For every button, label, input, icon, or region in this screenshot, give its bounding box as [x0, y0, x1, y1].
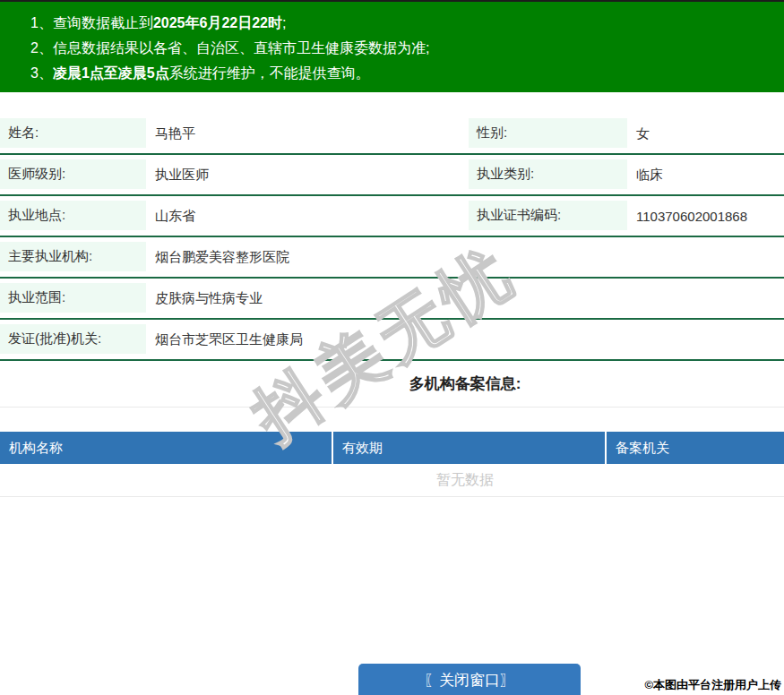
notice-line-3-bold: 凌晨1点至凌晨5点 — [53, 65, 169, 81]
notice-line-1: 1、查询数据截止到2025年6月22日22时; — [30, 11, 766, 36]
table-row: 姓名: 马艳平 性别: 女 — [0, 114, 784, 155]
empty-data-message: 暂无数据 — [0, 464, 784, 497]
record-authority-column-header: 备案机关 — [607, 432, 784, 464]
notice-line-3: 3、凌晨1点至凌晨5点系统进行维护，不能提供查询。 — [30, 61, 766, 86]
gender-value: 女 — [627, 114, 784, 153]
validity-column-header: 有效期 — [333, 432, 607, 464]
practice-scope-value: 皮肤病与性病专业 — [146, 279, 784, 318]
notice-line-2-text: 2、信息数据结果以各省、自治区、直辖市卫生健康委数据为准; — [30, 40, 429, 56]
practice-category-label: 执业类别: — [469, 159, 627, 189]
table-row: 医师级别: 执业医师 执业类别: 临床 — [0, 155, 784, 196]
org-name-column-header: 机构名称 — [0, 432, 333, 464]
issuing-authority-value: 烟台市芝罘区卫生健康局 — [146, 320, 784, 359]
notice-banner: 1、查询数据截止到2025年6月22日22时; 2、信息数据结果以各省、自治区、… — [0, 0, 784, 92]
notice-line-3-text: 3、 — [30, 65, 53, 81]
name-label: 姓名: — [0, 118, 146, 148]
notice-line-1-bold: 2025年6月22日22时 — [153, 15, 282, 30]
license-number-label: 执业证书编码: — [469, 201, 627, 230]
main-institution-value: 烟台鹏爱美容整形医院 — [146, 237, 784, 277]
practice-scope-label: 执业范围: — [0, 283, 146, 313]
table-row: 发证(批准)机关: 烟台市芝罘区卫生健康局 — [0, 320, 784, 361]
physician-level-label: 医师级别: — [0, 159, 146, 189]
practice-location-label: 执业地点: — [0, 201, 146, 230]
table-row: 执业范围: 皮肤病与性病专业 — [0, 279, 784, 320]
notice-line-1-text: 1、查询数据截止到 — [30, 15, 153, 30]
main-institution-label: 主要执业机构: — [0, 242, 146, 271]
table-row: 执业地点: 山东省 执业证书编码: 110370602001868 — [0, 196, 784, 237]
issuing-authority-label: 发证(批准)机关: — [0, 324, 146, 354]
name-value: 马艳平 — [146, 114, 469, 153]
practice-category-value: 临床 — [627, 155, 784, 194]
multi-institution-section-title: 多机构备案信息: — [0, 361, 784, 408]
notice-line-2: 2、信息数据结果以各省、自治区、直辖市卫生健康委数据为准; — [30, 36, 766, 61]
physician-info-table: 姓名: 马艳平 性别: 女 医师级别: 执业医师 执业类别: 临床 执业地点: … — [0, 114, 784, 361]
gender-label: 性别: — [469, 118, 627, 148]
physician-level-value: 执业医师 — [146, 155, 469, 194]
license-number-value: 110370602001868 — [627, 196, 784, 236]
close-window-button[interactable]: 〖关闭窗口〗 — [358, 664, 581, 695]
upload-credit-text: ©本图由平台注册用户上传 — [644, 677, 781, 693]
table-row: 主要执业机构: 烟台鹏爱美容整形医院 — [0, 237, 784, 279]
org-table-header: 机构名称 有效期 备案机关 — [0, 432, 784, 464]
practice-location-value: 山东省 — [146, 196, 469, 236]
